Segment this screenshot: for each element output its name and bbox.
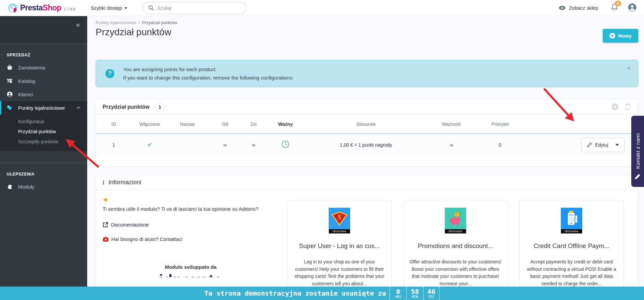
- enabled-check-icon[interactable]: ✔: [147, 142, 152, 148]
- panel-title: Przydział punktów: [103, 104, 150, 110]
- col-header-to[interactable]: Do: [244, 115, 264, 134]
- table-row[interactable]: 1 ✔ ∞ ∞ 1,00 € = 1 punkt nagrody ∞ 0 Edy…: [96, 134, 638, 156]
- sidebar-item-orders[interactable]: Zamówienia: [0, 61, 87, 74]
- new-button-label: Nowy: [618, 33, 632, 39]
- module-card-promotions[interactable]: idnovate Promotions and discount... Offe…: [403, 201, 508, 300]
- refresh-icon[interactable]: [624, 103, 631, 110]
- prestashop-mascot-icon: [8, 3, 17, 13]
- question-mark-icon: ?: [105, 69, 114, 78]
- sidebar: « SPRZEDAŻ Zamówienia Katalog Klienci Pu…: [0, 16, 87, 300]
- submenu-item-points-allocation[interactable]: Przydział punktów: [0, 127, 87, 137]
- sidebar-item-label: Punkty lojalnościowe: [18, 105, 65, 111]
- col-header-id[interactable]: ID: [96, 115, 131, 134]
- col-header-enabled[interactable]: Włączone: [131, 115, 168, 134]
- storefront-icon: [7, 78, 13, 84]
- contact-us-tab[interactable]: Kontakt z nami: [631, 116, 644, 187]
- sidebar-item-loyalty-points[interactable]: Punkty lojalnościowe: [0, 101, 87, 114]
- developer-logo: idnovate: [103, 271, 279, 277]
- plus-icon: [609, 33, 615, 39]
- sidebar-top-block: «: [0, 16, 87, 44]
- pencil-icon: [587, 142, 592, 147]
- search-icon: [148, 5, 154, 11]
- module-card-title: Super User - Log in as cus...: [292, 242, 387, 250]
- chevron-up-icon: [76, 106, 80, 110]
- contact-help-label: Hai bisogno di aiuto? Contattaci: [111, 236, 182, 242]
- row-count-badge: 1: [154, 103, 166, 111]
- idnovate-brand-label: idnovate: [329, 229, 350, 234]
- brand-presta: Presta: [20, 3, 43, 12]
- edit-button[interactable]: Edytuj: [581, 138, 625, 152]
- sidebar-item-label: Katalog: [18, 78, 35, 84]
- search-box[interactable]: [143, 2, 247, 14]
- sidebar-section-improve: ULEPSZENIA: [0, 163, 87, 180]
- topbar: PrestaShop 1.7.8.8 Szybki dostęp Zobacz …: [0, 0, 644, 16]
- breadcrumb-parent[interactable]: Punkty lojalnościowe: [96, 20, 136, 25]
- puzzle-icon: [7, 184, 13, 190]
- sidebar-item-catalog[interactable]: Katalog: [0, 74, 87, 88]
- module-card-description: Offer attractive discounts to your custo…: [408, 258, 503, 288]
- contact-help-link[interactable]: Hai bisogno di aiuto? Contattaci: [103, 236, 279, 242]
- page-title: Przydział punktów: [96, 27, 171, 38]
- alert-line1: You are assigning points for each produc…: [123, 65, 293, 73]
- breadcrumb-current: Przydział punktów: [142, 20, 177, 25]
- countdown-value: 58: [411, 288, 419, 295]
- new-button[interactable]: Nowy: [603, 29, 638, 43]
- info-alert: ? You are assigning points for each prod…: [96, 60, 638, 87]
- tag-icon: [7, 105, 13, 111]
- module-card-title: Credit Card Offline Paym...: [524, 242, 619, 250]
- module-card-credit-card[interactable]: idnovate Credit Card Offline Paym... Acc…: [519, 201, 624, 300]
- quick-access-dropdown[interactable]: Szybki dostęp: [91, 5, 127, 11]
- notification-count-badge: 11: [615, 1, 621, 6]
- module-card-description: Log in to your shop as one of your custo…: [292, 258, 387, 288]
- sidebar-item-label: Moduły: [18, 184, 34, 190]
- search-input[interactable]: [157, 5, 231, 11]
- col-header-name[interactable]: Nazwa: [168, 115, 207, 134]
- feedback-text: Ti sembra utile il modulo? Ti va di lasc…: [103, 205, 264, 213]
- sidebar-item-modules[interactable]: Moduły: [0, 180, 87, 193]
- edit-button-label: Edytuj: [595, 142, 608, 148]
- prestashop-logo[interactable]: PrestaShop 1.7.8.8: [8, 3, 75, 13]
- module-card-super-user[interactable]: S idnovate Super User - Log in as cus...…: [287, 201, 392, 300]
- user-avatar[interactable]: [628, 3, 637, 13]
- points-allocation-panel: Przydział punktów 1 ID Włączone Nazwa Od…: [96, 99, 638, 167]
- submenu-item-configuration[interactable]: Konfiguracja: [0, 116, 87, 127]
- documentation-link[interactable]: Documentazione: [103, 222, 279, 228]
- version-label: 1.7.8.8: [64, 7, 75, 11]
- demo-countdown-bar: Ta strona demonstracyjna zostanie usunię…: [0, 287, 644, 300]
- informazioni-panel: i Informazioni ★ Ti sembra utile il modu…: [96, 174, 638, 300]
- informazioni-title: Informazioni: [108, 179, 141, 186]
- developed-by-label: Modulo sviluppato da: [103, 264, 279, 270]
- person-icon: [7, 91, 13, 97]
- notifications-button[interactable]: 11: [611, 4, 618, 12]
- sidebar-section-sales: SPRZEDAŻ: [0, 44, 87, 61]
- module-cards: S idnovate Super User - Log in as cus...…: [287, 201, 624, 300]
- countdown-unit-label: SEC: [428, 295, 434, 299]
- col-header-from[interactable]: Od: [207, 115, 244, 134]
- submenu-item-points-details[interactable]: Szczegóły punktów: [0, 137, 87, 147]
- pos-terminal-module-icon: [561, 208, 582, 229]
- breadcrumb: Punkty lojalnościowe/Przydział punktów: [96, 20, 177, 25]
- add-icon[interactable]: [611, 103, 619, 110]
- demo-message: Ta strona demonstracyjna zostanie usunię…: [204, 289, 386, 297]
- star-icon: ★: [103, 196, 279, 204]
- view-shop-link[interactable]: Zobacz sklep: [558, 5, 598, 11]
- alert-close-icon[interactable]: ×: [627, 65, 631, 71]
- cell-id: 1: [96, 134, 131, 156]
- col-header-validity[interactable]: Ważność: [425, 115, 478, 134]
- col-header-actions: [522, 115, 638, 134]
- countdown-hours: 0 HRS: [389, 287, 406, 300]
- cell-name: [168, 134, 207, 156]
- sidebar-item-customers[interactable]: Klienci: [0, 88, 87, 101]
- cell-to: ∞: [244, 134, 264, 156]
- col-header-valid[interactable]: Ważny: [264, 115, 307, 134]
- svg-text:S: S: [337, 213, 341, 221]
- countdown-minutes: 58 MIN: [406, 287, 423, 300]
- pencil-icon: [635, 173, 641, 180]
- sidebar-collapse-button[interactable]: «: [76, 21, 80, 29]
- main-content: Punkty lojalnościowe/Przydział punktów P…: [87, 16, 644, 300]
- points-table: ID Włączone Nazwa Od Do Ważny Stosunek W…: [96, 115, 638, 156]
- col-header-priority[interactable]: Priorytet: [478, 115, 522, 134]
- col-header-ratio[interactable]: Stosunek: [307, 115, 425, 134]
- module-card-description: Accept payments by credit or debit card …: [524, 258, 619, 288]
- edit-dropdown-caret-icon[interactable]: [615, 144, 619, 146]
